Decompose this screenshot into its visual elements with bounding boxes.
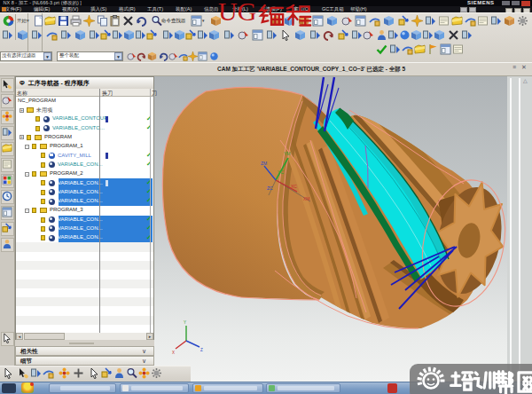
svg-text:YM: YM	[284, 151, 291, 156]
svg-text:ZC: ZC	[267, 185, 273, 191]
svg-text:X: X	[172, 351, 175, 355]
svg-text:YC: YC	[278, 169, 284, 175]
svg-text:ZM: ZM	[261, 161, 267, 166]
svg-text:Y: Y	[184, 320, 186, 325]
svg-text:XM: XM	[303, 196, 310, 201]
svg-text:Z: Z	[200, 348, 203, 352]
svg-text:XC: XC	[291, 184, 297, 189]
